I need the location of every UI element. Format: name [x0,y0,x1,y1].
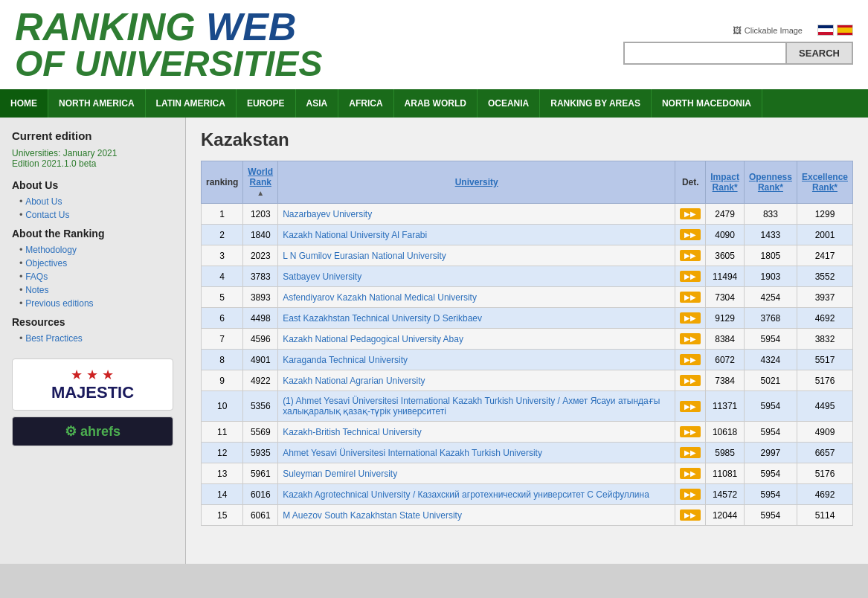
th-impact-rank[interactable]: ImpactRank* [706,161,745,204]
nav-home[interactable]: HOME [0,89,48,118]
flag-en-icon[interactable] [817,25,834,36]
det-icon[interactable]: ▶▶ [680,312,701,324]
cell-excellence-rank: 4692 [797,484,852,505]
cell-det[interactable]: ▶▶ [675,308,706,329]
det-icon[interactable]: ▶▶ [680,375,701,386]
cell-impact-rank: 7384 [706,370,745,391]
cell-openness-rank: 2997 [744,443,797,463]
det-icon[interactable]: ▶▶ [680,401,701,412]
cell-excellence-rank: 3832 [797,329,852,350]
nav-north-america[interactable]: NORTH AMERICA [48,89,146,118]
sidebar: Current edition Universities: January 20… [0,118,186,564]
excellence-sort-link[interactable]: ExcellenceRank* [802,172,848,193]
cell-world-rank: 2023 [243,245,278,266]
cell-det[interactable]: ▶▶ [675,266,706,287]
cell-world-rank: 5935 [243,443,278,463]
cell-det[interactable]: ▶▶ [675,225,706,245]
current-edition-title: Current edition [12,129,173,142]
sidebar-item-previous-editions[interactable]: Previous editions [19,298,173,309]
university-sort-link[interactable]: University [455,177,498,187]
sidebar-item-objectives[interactable]: Objectives [19,257,173,269]
det-icon[interactable]: ▶▶ [680,489,701,500]
det-icon[interactable]: ▶▶ [680,509,701,521]
nav-arab-world[interactable]: ARAB WORLD [394,89,478,118]
majestic-logo[interactable]: ★ ★ ★ MAJESTIC [12,359,173,411]
world-rank-sort-link[interactable]: WorldRank [248,167,273,187]
cell-det[interactable]: ▶▶ [675,422,706,443]
university-link[interactable]: Nazarbayev University [283,209,372,219]
det-icon[interactable]: ▶▶ [680,208,701,219]
sidebar-item-about-us[interactable]: About Us [19,196,173,207]
nav: HOME NORTH AMERICA LATIN AMERICA EUROPE … [0,89,868,118]
university-link[interactable]: Karaganda Technical University [283,355,408,365]
university-link[interactable]: Kazakh Agrotechnical University / Казахс… [283,489,649,500]
university-link[interactable]: Satbayev University [283,271,361,282]
openness-sort-link[interactable]: OpennessRank* [749,172,792,193]
university-link[interactable]: Ahmet Yesavi Üniversitesi International … [283,448,542,458]
cell-impact-rank: 11081 [706,463,745,484]
nav-europe[interactable]: EUROPE [237,89,296,118]
cell-det[interactable]: ▶▶ [675,370,706,391]
university-link[interactable]: Asfendiyarov Kazakh National Medical Uni… [283,292,477,303]
ahrefs-logo[interactable]: ⚙ ahrefs [12,417,173,446]
cell-det[interactable]: ▶▶ [675,350,706,370]
table-row: 146016Kazakh Agrotechnical University / … [202,484,853,505]
university-link[interactable]: Kazakh National Pedagogical University A… [283,334,463,344]
cell-det[interactable]: ▶▶ [675,204,706,225]
university-link[interactable]: Suleyman Demirel University [283,469,397,479]
det-icon[interactable]: ▶▶ [680,333,701,344]
sidebar-item-methodology[interactable]: Methodology [19,244,173,255]
impact-sort-link[interactable]: ImpactRank* [710,172,739,193]
sidebar-item-contact-us[interactable]: Contact Us [19,209,173,220]
table-row: 74596Kazakh National Pedagogical Univers… [202,329,853,350]
ranking-table: ranking WorldRank ▲ University Det. Impa… [201,161,853,526]
university-link[interactable]: (1) Ahmet Yesavi Üniversitesi Internatio… [283,396,660,417]
cell-det[interactable]: ▶▶ [675,505,706,526]
cell-det[interactable]: ▶▶ [675,484,706,505]
cell-det[interactable]: ▶▶ [675,463,706,484]
det-icon[interactable]: ▶▶ [680,292,701,303]
university-link[interactable]: East Kazakhstan Technical University D S… [283,313,482,324]
det-icon[interactable]: ▶▶ [680,447,701,458]
det-icon[interactable]: ▶▶ [680,426,701,437]
university-link[interactable]: Kazakh National University Al Farabi [283,230,427,240]
cell-det[interactable]: ▶▶ [675,443,706,463]
university-link[interactable]: Kazakh National Agrarian University [283,376,425,386]
cell-rank: 6 [202,308,243,329]
nav-africa[interactable]: AFRICA [338,89,393,118]
university-link[interactable]: L N Gumilov Eurasian National University [283,251,446,261]
nav-north-macedonia[interactable]: NORTH MACEDONIA [652,89,762,118]
cell-university-name: Nazarbayev University [278,204,675,225]
det-icon[interactable]: ▶▶ [680,229,701,240]
table-row: 53893Asfendiyarov Kazakh National Medica… [202,287,853,308]
search-button[interactable]: SEARCH [787,42,853,65]
table-row: 21840Kazakh National University Al Farab… [202,225,853,245]
nav-latin-america[interactable]: LATIN AMERICA [146,89,237,118]
cell-det[interactable]: ▶▶ [675,245,706,266]
majestic-label: MAJESTIC [20,383,165,402]
flag-es-icon[interactable] [837,25,853,36]
nav-oceania[interactable]: OCEANIA [478,89,540,118]
th-openness-rank[interactable]: OpennessRank* [744,161,797,204]
search-input[interactable] [623,42,787,65]
cell-det[interactable]: ▶▶ [675,329,706,350]
sidebar-item-faqs[interactable]: FAQs [19,271,173,282]
th-university[interactable]: University [278,161,675,204]
det-icon[interactable]: ▶▶ [680,468,701,479]
cell-rank: 7 [202,329,243,350]
university-link[interactable]: M Auezov South Kazakhstan State Universi… [283,510,462,521]
det-icon[interactable]: ▶▶ [680,271,701,282]
sidebar-item-best-practices[interactable]: Best Practices [19,332,173,344]
nav-asia[interactable]: ASIA [296,89,339,118]
cell-rank: 14 [202,484,243,505]
cell-det[interactable]: ▶▶ [675,287,706,308]
th-excellence-rank[interactable]: ExcellenceRank* [797,161,852,204]
university-link[interactable]: Kazakh-British Technical University [283,427,422,437]
cell-det[interactable]: ▶▶ [675,391,706,422]
det-icon[interactable]: ▶▶ [680,354,701,365]
nav-ranking-by-areas[interactable]: RANKING BY AREAS [540,89,652,118]
th-world-rank[interactable]: WorldRank ▲ [243,161,278,204]
det-icon[interactable]: ▶▶ [680,250,701,261]
cell-world-rank: 3783 [243,266,278,287]
sidebar-item-notes[interactable]: Notes [19,284,173,295]
